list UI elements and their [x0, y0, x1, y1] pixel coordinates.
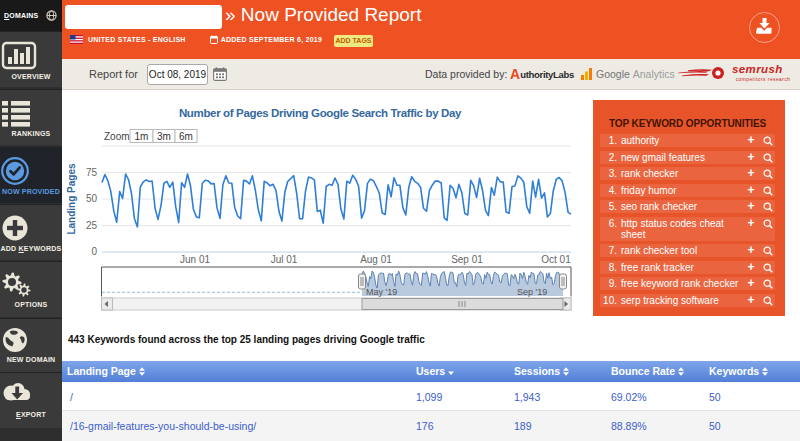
svg-text:3m: 3m [157, 131, 171, 142]
svg-text:Jun 01: Jun 01 [180, 254, 210, 265]
svg-text:Oct 01: Oct 01 [541, 254, 571, 265]
svg-text:May '19: May '19 [366, 287, 397, 297]
svg-text:Jul 01: Jul 01 [271, 254, 298, 265]
svg-text:6m: 6m [179, 131, 193, 142]
svg-text:Number of Pages Driving Google: Number of Pages Driving Google Search Tr… [179, 107, 462, 119]
svg-text:25: 25 [86, 220, 98, 231]
svg-text:Zoom: Zoom [104, 131, 130, 142]
svg-text:75: 75 [86, 167, 98, 178]
svg-text:Sep 01: Sep 01 [451, 254, 483, 265]
svg-text:0: 0 [91, 246, 97, 257]
svg-text:50: 50 [86, 193, 98, 204]
svg-text:Aug 01: Aug 01 [360, 254, 392, 265]
svg-text:1m: 1m [135, 131, 149, 142]
svg-text:Landing Pages: Landing Pages [66, 163, 77, 235]
svg-text:Sep '19: Sep '19 [517, 287, 547, 297]
